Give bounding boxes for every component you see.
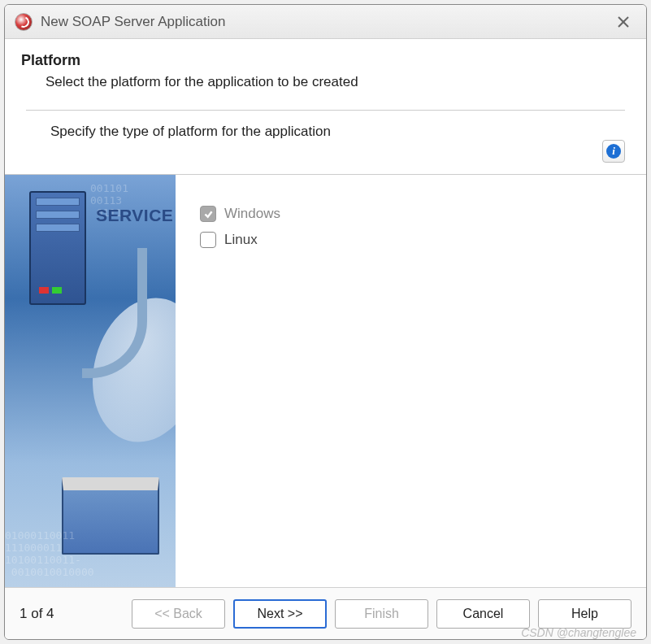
help-button[interactable]: Help — [538, 599, 631, 629]
titlebar: New SOAP Server Application — [5, 5, 646, 39]
cancel-button[interactable]: Cancel — [436, 599, 530, 629]
page-title: Platform — [21, 52, 630, 69]
check-icon — [203, 209, 214, 220]
binary-decoration-bottom: 01000110011 111000011 10100110011- 00100… — [5, 530, 94, 579]
checkbox-linux[interactable]: Linux — [200, 232, 622, 248]
platform-options: Windows Linux — [176, 175, 646, 587]
wizard-content: 001101 00113 0111 SERVICE 01000110011 11… — [5, 175, 646, 587]
finish-button: Finish — [335, 599, 428, 629]
service-label: SERVICE — [96, 206, 173, 225]
wizard-window: New SOAP Server Application Platform Sel… — [4, 4, 647, 640]
back-button: << Back — [132, 599, 225, 629]
window-title: New SOAP Server Application — [41, 14, 225, 30]
app-icon — [15, 13, 33, 31]
close-button[interactable] — [610, 9, 636, 35]
checkbox-windows-label: Windows — [224, 206, 280, 222]
checkbox-linux-box[interactable] — [200, 232, 216, 248]
next-button[interactable]: Next >> — [233, 599, 327, 629]
checkbox-linux-label: Linux — [224, 232, 258, 248]
info-button[interactable]: i — [602, 140, 625, 163]
page-description: Select the platform for the application … — [46, 74, 630, 90]
close-icon — [617, 15, 630, 28]
checkbox-windows: Windows — [200, 206, 622, 222]
checkbox-windows-box — [200, 206, 216, 222]
server-graphic — [29, 191, 86, 305]
wizard-header: Platform Select the platform for the app… — [5, 39, 646, 110]
instruction-row: Specify the type of platform for the app… — [5, 111, 646, 175]
wizard-footer: 1 of 4 << Back Next >> Finish Cancel Hel… — [5, 587, 646, 639]
wizard-graphic: 001101 00113 0111 SERVICE 01000110011 11… — [5, 175, 176, 587]
instruction-text: Specify the type of platform for the app… — [50, 124, 602, 140]
step-indicator: 1 of 4 — [20, 606, 54, 622]
info-icon: i — [606, 144, 621, 159]
